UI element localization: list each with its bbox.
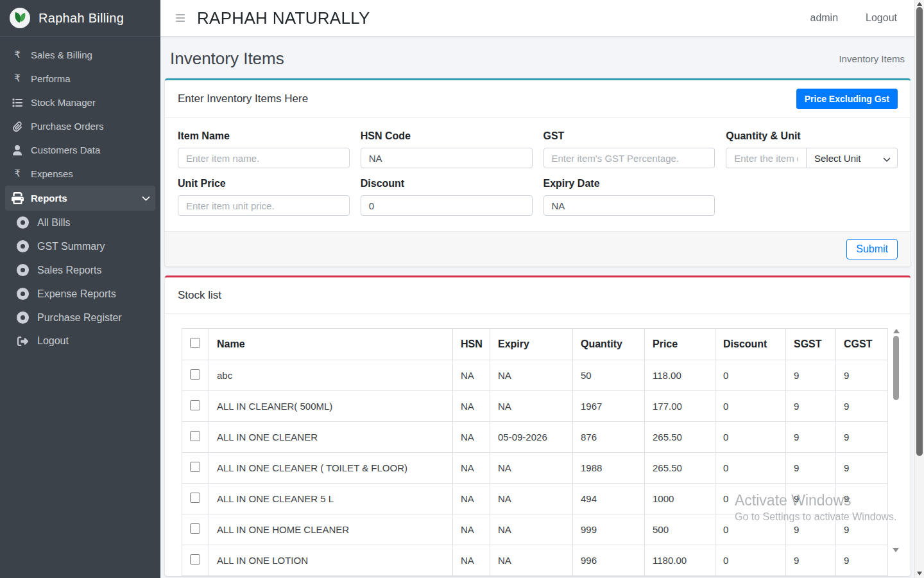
cell-quantity: 1967 (573, 391, 645, 422)
page-scroll-thumb[interactable] (916, 7, 923, 456)
price-excluding-gst-button[interactable]: Price Excluding Gst (796, 89, 898, 109)
sidebar-item-customers-data[interactable]: Customers Data (5, 138, 155, 162)
row-checkbox[interactable] (190, 554, 200, 565)
sidebar-subitem-label: Purchase Register (37, 312, 122, 324)
cell-name: ALL IN ONE CLEANER (209, 422, 453, 453)
sidebar-item-purchase-orders[interactable]: Purchase Orders (5, 114, 155, 138)
cell-cgst: 9 (836, 391, 888, 422)
column-header-cgst: CGST (836, 329, 888, 360)
table-scroll-up-icon[interactable] (893, 329, 900, 333)
cell-quantity: 996 (573, 545, 645, 576)
item-name-input[interactable] (178, 148, 350, 168)
sidebar-subitem-label: All Bills (37, 217, 71, 229)
row-checkbox[interactable] (190, 400, 200, 410)
table-scrollbar[interactable] (892, 329, 900, 552)
select-all-header-cell (182, 329, 209, 360)
sidebar-subitem-label: Sales Reports (37, 265, 102, 276)
circle-icon (17, 240, 29, 252)
sidebar-subitem-all-bills[interactable]: All Bills (5, 211, 155, 234)
cell-quantity: 494 (573, 484, 645, 514)
discount-label: Discount (361, 178, 533, 189)
menu-toggle-icon[interactable] (175, 13, 186, 23)
row-checkbox[interactable] (190, 462, 200, 472)
stock-card-title: Stock list (178, 289, 221, 302)
cell-sgst: 9 (786, 484, 836, 514)
sidebar-item-label: Purchase Orders (31, 121, 103, 132)
cell-hsn: NA (453, 514, 490, 545)
rupee-icon: ₹ (10, 50, 24, 60)
cell-price: 265.50 (645, 422, 715, 453)
sidebar-subitem-purchase-register[interactable]: Purchase Register (5, 306, 155, 329)
column-header-quantity: Quantity (573, 329, 645, 360)
sidebar-item-stock-manager[interactable]: Stock Manager (5, 91, 155, 114)
cell-expiry: NA (490, 514, 573, 545)
select-all-checkbox[interactable] (190, 338, 200, 348)
expiry-date-input[interactable] (543, 195, 715, 216)
submit-button[interactable]: Submit (846, 239, 898, 259)
sidebar-item-logout[interactable]: Logout (5, 329, 155, 353)
row-checkbox-cell (182, 422, 209, 453)
topbar: RAPHAH NATURALLY admin Logout (160, 0, 914, 37)
cell-price: 118.00 (645, 360, 715, 391)
discount-input[interactable] (361, 195, 533, 216)
sidebar-subitem-gst-summary[interactable]: GST Summary (5, 234, 155, 258)
user-icon (10, 145, 24, 155)
rupee-icon: ₹ (10, 74, 24, 83)
stock-table-header-row: NameHSNExpiryQuantityPriceDiscountSGSTCG… (182, 329, 888, 360)
cell-discount: 0 (715, 545, 786, 576)
quantity-unit-label: Quantity & Unit (726, 130, 898, 142)
paperclip-icon (10, 121, 24, 132)
column-header-discount: Discount (715, 329, 786, 360)
circle-icon (17, 216, 29, 229)
cell-name: ALL IN ONE CLEANER 5 L (209, 484, 453, 514)
sidebar: Raphah Billing ₹Sales & Billing₹Performa… (0, 0, 160, 578)
unit-price-input[interactable] (178, 195, 350, 216)
sidebar-item-label: Customers Data (31, 144, 100, 155)
chevron-down-icon (142, 194, 150, 202)
unit-select[interactable]: Select Unit (806, 148, 898, 168)
row-checkbox-cell (182, 453, 209, 484)
sidebar-subitem-sales-reports[interactable]: Sales Reports (5, 258, 155, 282)
discount-field-group: Discount (361, 178, 533, 216)
cell-hsn: NA (453, 391, 490, 422)
cell-cgst: 9 (836, 453, 888, 484)
row-checkbox[interactable] (190, 431, 200, 441)
sidebar-item-label: Performa (31, 73, 71, 84)
gst-field-group: GST (543, 130, 715, 168)
page-scroll-up-icon[interactable] (917, 2, 922, 6)
cell-price: 1180.00 (645, 545, 715, 576)
row-checkbox[interactable] (190, 369, 200, 380)
circle-icon (17, 288, 29, 300)
page-scrollbar[interactable] (914, 0, 924, 578)
sidebar-item-sales-billing[interactable]: ₹Sales & Billing (5, 43, 155, 67)
brand[interactable]: Raphah Billing (0, 0, 160, 37)
sidebar-item-reports[interactable]: Reports (5, 186, 155, 211)
gst-input[interactable] (543, 148, 715, 168)
column-header-sgst: SGST (786, 329, 836, 360)
hsn-input[interactable] (361, 148, 533, 168)
page-scroll-down-icon[interactable] (917, 572, 922, 575)
row-checkbox[interactable] (190, 493, 200, 503)
item-name-field-group: Item Name (178, 130, 350, 168)
cell-hsn: NA (453, 545, 490, 576)
sidebar-subitem-expense-reports[interactable]: Expense Reports (5, 282, 155, 306)
circle-icon (17, 311, 29, 324)
table-scroll-thumb[interactable] (893, 336, 899, 400)
row-checkbox-cell (182, 484, 209, 514)
table-scroll-down-icon[interactable] (893, 548, 899, 552)
cell-cgst: 9 (836, 422, 888, 453)
quantity-input[interactable] (726, 148, 807, 168)
form-card-header: Enter Inventory Items Here Price Excludi… (165, 80, 911, 118)
admin-link[interactable]: admin (810, 12, 838, 24)
cell-quantity: 1988 (573, 453, 645, 484)
sidebar-item-performa[interactable]: ₹Performa (5, 67, 155, 91)
cell-name: abc (209, 360, 453, 391)
unit-price-field-group: Unit Price (178, 178, 350, 216)
form-card-title: Enter Inventory Items Here (178, 92, 308, 105)
table-row: ALL IN ONE LOTIONNANA9961180.00099 (182, 545, 888, 576)
hsn-field-group: HSN Code (361, 130, 533, 168)
topbar-logout-link[interactable]: Logout (866, 12, 897, 24)
row-checkbox[interactable] (190, 523, 200, 534)
sidebar-item-expenses[interactable]: ₹Expenses (5, 162, 155, 186)
row-checkbox-cell (182, 514, 209, 545)
